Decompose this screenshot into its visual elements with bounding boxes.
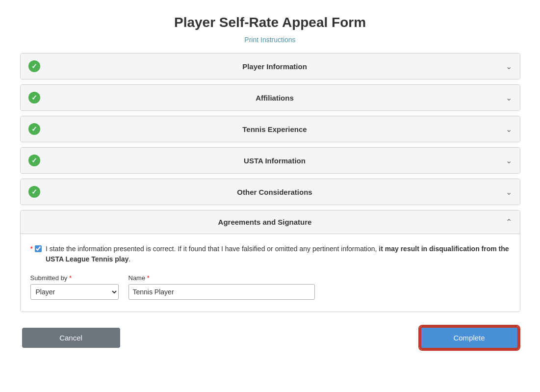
section-affiliations-title: Affiliations	[48, 94, 502, 102]
section-usta-information-header[interactable]: USTA Information ⌄	[21, 148, 520, 173]
print-instructions-link[interactable]: Print Instructions	[244, 36, 295, 44]
chevron-other-considerations: ⌄	[506, 187, 512, 197]
check-icon-other-considerations	[28, 186, 40, 198]
section-affiliations: Affiliations ⌄	[20, 84, 520, 111]
section-tennis-experience-header[interactable]: Tennis Experience ⌄	[21, 116, 520, 142]
form-fields: Submitted by * Player Coach Captain Name…	[30, 274, 510, 300]
submitted-by-required-star: *	[69, 274, 72, 282]
section-agreements-signature: Agreements and Signature ⌃ * I state the…	[20, 210, 520, 312]
section-affiliations-header[interactable]: Affiliations ⌄	[21, 85, 520, 110]
section-tennis-experience: Tennis Experience ⌄	[20, 116, 520, 142]
agreement-row: * I state the information presented is c…	[30, 244, 510, 264]
section-other-considerations: Other Considerations ⌄	[20, 179, 520, 205]
chevron-usta-information: ⌄	[506, 156, 512, 165]
section-tennis-experience-title: Tennis Experience	[48, 125, 502, 133]
chevron-player-information: ⌄	[506, 62, 512, 71]
agreement-text: I state the information presented is cor…	[46, 244, 510, 264]
section-player-information-header[interactable]: Player Information ⌄	[21, 53, 520, 79]
page-container: Player Self-Rate Appeal Form Print Instr…	[10, 0, 530, 368]
page-title: Player Self-Rate Appeal Form	[20, 15, 520, 30]
cancel-button[interactable]: Cancel	[22, 328, 120, 348]
submitted-by-select[interactable]: Player Coach Captain	[30, 284, 119, 300]
print-instructions-link-container: Print Instructions	[20, 35, 520, 44]
submitted-by-label: Submitted by *	[30, 274, 119, 282]
name-group: Name *	[129, 274, 315, 300]
name-label: Name *	[129, 274, 315, 282]
check-icon-player-information	[28, 60, 40, 72]
section-agreements-signature-header[interactable]: Agreements and Signature ⌃	[21, 210, 520, 234]
section-other-considerations-header[interactable]: Other Considerations ⌄	[21, 179, 520, 205]
check-icon-tennis-experience	[28, 123, 40, 135]
footer: Cancel Complete	[20, 327, 520, 349]
section-agreements-signature-title: Agreements and Signature	[28, 218, 502, 226]
submitted-by-group: Submitted by * Player Coach Captain	[30, 274, 119, 300]
chevron-agreements-signature: ⌃	[506, 217, 512, 227]
section-other-considerations-title: Other Considerations	[48, 188, 502, 196]
agreement-checkbox[interactable]	[35, 245, 42, 252]
check-icon-affiliations	[28, 92, 40, 104]
section-player-information: Player Information ⌄	[20, 53, 520, 79]
chevron-tennis-experience: ⌄	[506, 125, 512, 134]
name-required-star: *	[147, 274, 150, 282]
section-player-information-title: Player Information	[48, 62, 502, 71]
section-agreements-body: * I state the information presented is c…	[21, 234, 520, 312]
section-usta-information: USTA Information ⌄	[20, 147, 520, 174]
required-star-agreement: *	[30, 245, 33, 253]
section-usta-information-title: USTA Information	[48, 157, 502, 165]
name-input[interactable]	[129, 284, 315, 300]
chevron-affiliations: ⌄	[506, 93, 512, 103]
complete-button[interactable]: Complete	[420, 327, 518, 349]
check-icon-usta-information	[28, 155, 40, 166]
